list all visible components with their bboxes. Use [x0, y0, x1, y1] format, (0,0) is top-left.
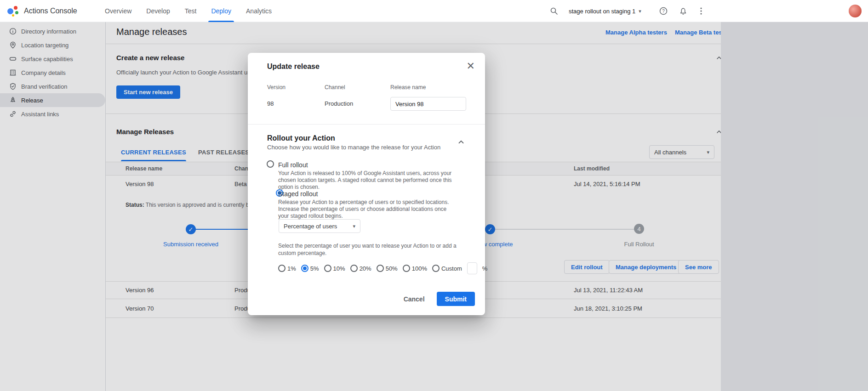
staged-rollout-description: Release your Action to a percentage of u…: [278, 199, 458, 220]
percentage-options: 1% 5% 10% 20% 50% 100% Custom %: [278, 262, 487, 274]
percentage-option-label: 1%: [287, 265, 296, 272]
notifications-icon[interactable]: [679, 6, 688, 16]
version-value: 98: [267, 97, 274, 111]
percentage-option-5[interactable]: 5%: [301, 265, 319, 272]
percent-unit-label: %: [482, 265, 488, 272]
nav-tab-test[interactable]: Test: [177, 0, 204, 22]
nav-tab-overview[interactable]: Overview: [97, 0, 139, 22]
channel-value: Production: [325, 97, 353, 111]
percentage-option-1[interactable]: 1%: [278, 265, 296, 272]
project-selector-label: stage rollout on staging 1: [569, 8, 635, 15]
percentage-note: Select the percentage of user you want t…: [278, 242, 457, 257]
more-vert-icon[interactable]: [698, 6, 704, 16]
full-rollout-radio[interactable]: [267, 160, 274, 168]
rollout-section-subtitle: Choose how you would like to manage the …: [267, 144, 440, 151]
version-label: Version: [267, 84, 286, 91]
rollout-type-select[interactable]: Percentage of users ▾: [279, 219, 360, 233]
app-title: Actions Console: [24, 0, 77, 22]
chevron-down-icon: ▾: [353, 223, 355, 229]
staged-rollout-label: Staged rollout: [278, 190, 318, 198]
dialog-title: Update release: [267, 62, 320, 71]
app-header: Actions Console Overview Develop Test De…: [0, 0, 868, 22]
percentage-option-label: 50%: [386, 265, 398, 272]
radio-icon: [278, 265, 286, 272]
search-icon[interactable]: [549, 6, 559, 16]
radio-icon: [301, 265, 308, 272]
svg-text:?: ?: [662, 9, 665, 14]
rollout-section-title: Rollout your Action: [267, 134, 335, 142]
radio-icon: [324, 265, 331, 272]
cancel-button[interactable]: Cancel: [404, 295, 425, 303]
percentage-option-label: Custom: [441, 265, 462, 272]
channel-label: Channel: [325, 84, 345, 91]
percentage-option-50[interactable]: 50%: [377, 265, 398, 272]
custom-percentage-input[interactable]: [467, 262, 477, 274]
percentage-option-label: 100%: [412, 265, 427, 272]
chevron-down-icon: ▾: [639, 8, 641, 14]
collapse-rollout-icon[interactable]: [457, 138, 465, 146]
update-release-dialog: Update release ✕ Version Channel Release…: [248, 53, 485, 315]
nav-tab-analytics[interactable]: Analytics: [239, 0, 279, 22]
nav-tab-develop[interactable]: Develop: [139, 0, 177, 22]
dialog-actions: Cancel Submit: [404, 292, 475, 306]
full-rollout-description: Your Action is released to 100% of Googl…: [278, 170, 460, 191]
percentage-option-label: 10%: [333, 265, 345, 272]
submit-button[interactable]: Submit: [437, 292, 475, 306]
percentage-option-20[interactable]: 20%: [350, 265, 371, 272]
actions-on-google-logo: [7, 5, 19, 17]
rollout-type-value: Percentage of users: [284, 223, 337, 230]
percentage-option-label: 20%: [360, 265, 371, 272]
main-nav: Overview Develop Test Deploy Analytics: [97, 0, 279, 22]
release-name-input[interactable]: [390, 97, 466, 111]
close-icon[interactable]: ✕: [467, 62, 475, 71]
radio-icon: [432, 265, 440, 272]
project-selector[interactable]: stage rollout on staging 1 ▾: [569, 0, 641, 22]
percentage-option-custom[interactable]: Custom: [432, 265, 462, 272]
dialog-divider: [248, 124, 485, 125]
radio-icon: [403, 265, 410, 272]
full-rollout-label: Full rollout: [278, 161, 308, 169]
radio-icon: [377, 265, 384, 272]
percentage-option-100[interactable]: 100%: [403, 265, 427, 272]
help-icon[interactable]: ?: [659, 6, 668, 16]
nav-tab-deploy[interactable]: Deploy: [204, 0, 239, 22]
percentage-option-label: 5%: [310, 265, 319, 272]
user-avatar[interactable]: [849, 5, 862, 17]
release-name-label: Release name: [390, 84, 426, 91]
radio-icon: [350, 265, 358, 272]
percentage-option-10[interactable]: 10%: [324, 265, 345, 272]
